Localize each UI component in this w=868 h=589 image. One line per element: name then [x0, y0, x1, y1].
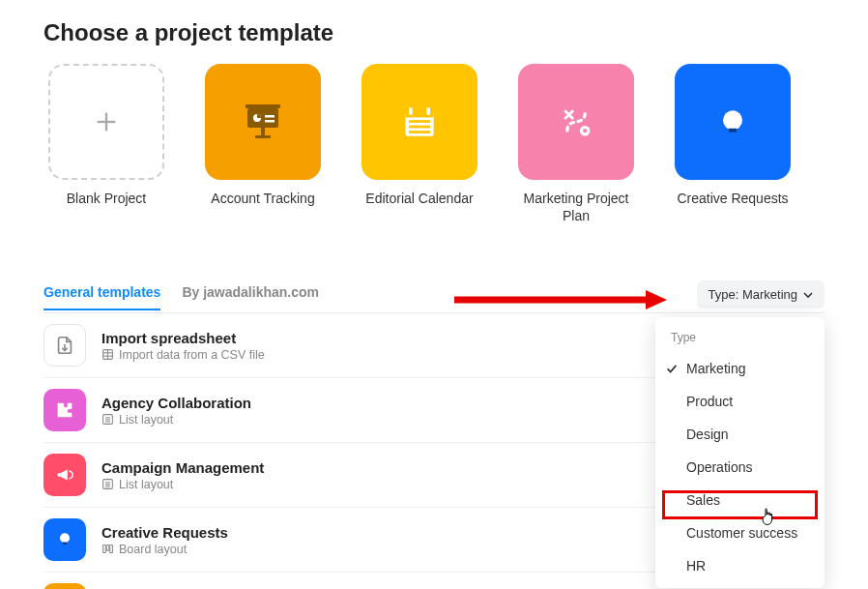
svg-point-19	[723, 110, 742, 130]
dropdown-item-label: HR	[686, 558, 706, 574]
check-icon	[665, 362, 679, 375]
type-filter-label: Type: Marketing	[709, 287, 798, 302]
svg-rect-12	[426, 107, 430, 114]
template-card-account-tracking[interactable]: Account Tracking	[200, 64, 326, 224]
row-sub-text: Board layout	[119, 543, 187, 556]
svg-rect-5	[255, 135, 271, 138]
dropdown-item-design[interactable]: Design	[655, 418, 825, 451]
lightbulb-icon	[43, 518, 86, 561]
row-title: Agency Collaboration	[101, 395, 251, 411]
tab-general-templates[interactable]: General templates	[43, 284, 160, 309]
dropdown-item-label: Customer success	[686, 525, 797, 541]
template-card-marketing-plan[interactable]: Marketing Project Plan	[513, 64, 639, 224]
svg-rect-20	[729, 129, 737, 133]
svg-rect-4	[261, 128, 265, 135]
dropdown-item-label: Operations	[686, 459, 752, 475]
lightbulb-icon	[675, 64, 791, 180]
type-filter-button[interactable]: Type: Marketing	[697, 280, 825, 309]
template-cards-row: Blank Project Account Tracking Editorial…	[43, 64, 825, 224]
dropdown-item-label: Marketing	[686, 361, 745, 376]
board-icon	[101, 543, 114, 555]
svg-point-34	[60, 534, 70, 544]
row-title: Import spreadsheet	[101, 330, 265, 346]
type-filter-dropdown: Type Marketing Product Design Operations…	[655, 317, 825, 588]
puzzle-icon	[43, 389, 86, 431]
plus-icon	[48, 64, 164, 180]
page-title: Choose a project template	[43, 19, 825, 46]
svg-point-18	[582, 128, 589, 134]
row-title: Creative Requests	[101, 524, 228, 541]
svg-rect-8	[265, 120, 275, 123]
dropdown-item-operations[interactable]: Operations	[655, 451, 825, 484]
chevron-down-icon	[803, 290, 813, 300]
dropdown-item-sales[interactable]: Sales	[655, 484, 825, 516]
list-icon	[101, 478, 114, 490]
card-label: Account Tracking	[211, 190, 314, 207]
svg-rect-14	[409, 126, 430, 129]
dropdown-item-marketing[interactable]: Marketing	[655, 352, 825, 385]
row-title: Campaign Management	[101, 459, 264, 476]
path-icon	[518, 64, 634, 180]
svg-rect-36	[103, 545, 106, 553]
dropdown-item-customer-success[interactable]: Customer success	[655, 516, 825, 549]
list-icon	[101, 413, 114, 426]
row-sub-text: List layout	[119, 478, 173, 491]
card-label: Blank Project	[67, 190, 146, 207]
card-label: Marketing Project Plan	[513, 190, 639, 224]
svg-rect-11	[409, 107, 413, 114]
card-label: Editorial Calendar	[365, 190, 473, 207]
svg-rect-7	[265, 115, 275, 118]
import-icon	[43, 324, 86, 367]
row-sub-text: Import data from a CSV file	[119, 348, 265, 362]
calendar-icon	[362, 64, 477, 180]
template-card-blank[interactable]: Blank Project	[43, 64, 169, 224]
dropdown-item-product[interactable]: Product	[655, 385, 825, 418]
svg-rect-35	[63, 543, 67, 545]
row-sub-text: List layout	[119, 413, 173, 427]
tab-by-author[interactable]: By jawadalikhan.com	[182, 284, 319, 309]
svg-rect-3	[246, 104, 280, 108]
dropdown-header: Type	[655, 327, 825, 352]
svg-rect-38	[110, 545, 113, 553]
presentation-icon	[205, 64, 321, 180]
dropdown-item-label: Design	[686, 427, 729, 442]
svg-rect-37	[106, 545, 109, 551]
template-card-creative-requests[interactable]: Creative Requests	[670, 64, 796, 224]
dropdown-item-label: Product	[686, 394, 733, 409]
card-label: Creative Requests	[677, 190, 788, 207]
dropdown-item-hr[interactable]: HR	[655, 549, 825, 582]
tabs-row: General templates By jawadalikhan.com Ty…	[43, 280, 825, 313]
svg-rect-2	[247, 108, 278, 128]
template-card-editorial-calendar[interactable]: Editorial Calendar	[357, 64, 482, 224]
svg-rect-15	[409, 131, 430, 133]
megaphone-icon	[43, 454, 86, 496]
spreadsheet-icon	[101, 348, 114, 361]
svg-rect-13	[409, 120, 430, 123]
calendar-icon	[43, 583, 86, 589]
dropdown-item-label: Sales	[686, 492, 720, 508]
